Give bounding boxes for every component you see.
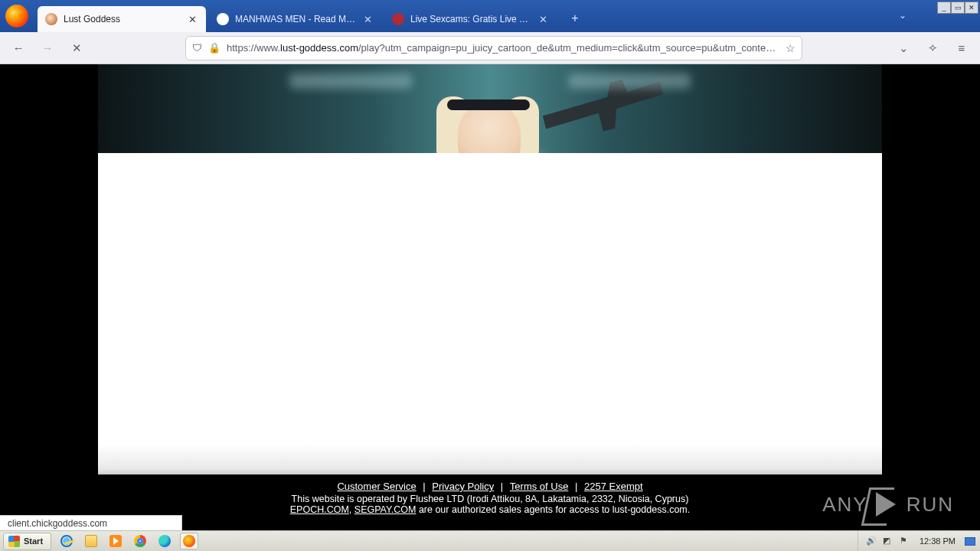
browser-viewport: Customer Service | Privacy Policy | Term…: [0, 64, 980, 530]
tab-strip: Lust Goddess ✕ MANHWAS MEN - Read Manga …: [38, 0, 586, 32]
start-button[interactable]: Start: [3, 533, 51, 550]
lock-icon[interactable]: 🔒: [208, 42, 220, 54]
separator: |: [420, 481, 429, 492]
extensions-icon[interactable]: ✧: [920, 36, 945, 60]
edge-icon: [158, 535, 171, 547]
minimize-button[interactable]: _: [937, 2, 951, 14]
folder-icon: [85, 535, 97, 547]
watermark-text-right: RUN: [906, 493, 954, 517]
shield-icon[interactable]: 🛡: [192, 42, 202, 54]
show-desktop-icon[interactable]: [965, 537, 975, 546]
link-terms-of-use[interactable]: Terms of Use: [510, 481, 569, 492]
favicon-icon: [217, 13, 229, 25]
url-host: lust-goddess.com: [280, 42, 358, 54]
status-bar: client.chickgoddess.com: [0, 515, 182, 530]
tab-label: MANHWAS MEN - Read Manga Online F: [235, 14, 357, 24]
back-button[interactable]: ←: [6, 36, 31, 60]
new-tab-button[interactable]: +: [564, 8, 586, 29]
taskbar-ie[interactable]: [57, 533, 76, 549]
flag-icon[interactable]: ⚑: [900, 536, 910, 546]
ie-icon: [60, 535, 73, 547]
favicon-icon: [392, 13, 404, 25]
separator: |: [572, 481, 580, 492]
separator: |: [498, 481, 506, 492]
tab-lust-goddess[interactable]: Lust Goddess ✕: [38, 6, 206, 32]
close-icon[interactable]: ✕: [537, 13, 549, 25]
tab-label: Lust Goddess: [64, 14, 181, 24]
maximize-button[interactable]: ▭: [951, 2, 965, 14]
chrome-icon: [134, 535, 146, 547]
weapon-art: [537, 66, 669, 148]
close-icon[interactable]: ✕: [186, 13, 198, 25]
browser-titlebar: Lust Goddess ✕ MANHWAS MEN - Read Manga …: [0, 0, 980, 32]
menu-icon[interactable]: ≡: [949, 36, 974, 60]
volume-icon[interactable]: 🔊: [866, 536, 877, 546]
media-icon: [109, 535, 122, 547]
link-2257-exempt[interactable]: 2257 Exempt: [584, 481, 643, 492]
url-path: /play?utm_campaign=pu_juicy_cartoon_de&u…: [358, 42, 779, 54]
taskbar-explorer[interactable]: [82, 533, 100, 549]
page-body: Customer Service | Privacy Policy | Term…: [98, 64, 882, 530]
footer-agents-line: EPOCH.COM, SEGPAY.COM are our authorized…: [290, 504, 690, 515]
tray-app-icon[interactable]: ◩: [883, 536, 893, 546]
character-art: [447, 99, 530, 110]
taskbar-firefox[interactable]: [180, 533, 198, 549]
tabs-overflow-icon[interactable]: ⌄: [899, 10, 906, 21]
status-text: client.chickgoddess.com: [8, 518, 107, 529]
url-text: https://www.lust-goddess.com/play?utm_ca…: [227, 42, 779, 54]
url-prefix: https://www.: [227, 42, 280, 54]
page-loading-area: [98, 153, 882, 444]
firefox-icon: [183, 535, 195, 547]
windows-flag-icon: [8, 536, 20, 547]
forward-button[interactable]: →: [35, 36, 60, 60]
footer-links: Customer Service | Privacy Policy | Term…: [337, 481, 642, 492]
link-epoch[interactable]: EPOCH.COM: [290, 504, 349, 515]
separator: ,: [349, 504, 354, 515]
gradient-divider: [98, 444, 882, 474]
firefox-logo-icon: [5, 5, 28, 28]
close-icon[interactable]: ✕: [361, 13, 374, 25]
system-tray: 🔊 ◩ ⚑ 12:38 PM: [858, 531, 980, 552]
window-controls: _ ▭ ✕: [937, 2, 978, 14]
hero-banner: [98, 64, 882, 153]
footer-agents-suffix: are our authorized sales agents for acce…: [416, 504, 690, 515]
tab-sexcams[interactable]: Live Sexcams: Gratis Live Porn Cha ✕: [384, 6, 557, 32]
browser-toolbar: ← → ✕ 🛡 🔒 https://www.lust-goddess.com/p…: [0, 32, 980, 64]
link-privacy-policy[interactable]: Privacy Policy: [432, 481, 494, 492]
link-segpay[interactable]: SEGPAY.COM: [354, 504, 416, 515]
tab-label: Live Sexcams: Gratis Live Porn Cha: [410, 14, 532, 24]
close-window-button[interactable]: ✕: [965, 2, 978, 14]
address-bar[interactable]: 🛡 🔒 https://www.lust-goddess.com/play?ut…: [185, 36, 802, 60]
taskbar-media[interactable]: [106, 533, 125, 549]
windows-taskbar: Start 🔊 ◩ ⚑ 12:38 PM: [0, 530, 980, 551]
taskbar-clock[interactable]: 12:38 PM: [920, 536, 956, 546]
page-footer: Customer Service | Privacy Policy | Term…: [98, 474, 882, 530]
pocket-icon[interactable]: ⌄: [891, 36, 916, 60]
footer-operator-line: This website is operated by Flushee LTD …: [292, 494, 689, 504]
tab-manhwas[interactable]: MANHWAS MEN - Read Manga Online F ✕: [209, 6, 381, 32]
link-customer-service[interactable]: Customer Service: [337, 481, 416, 492]
taskbar-chrome[interactable]: [131, 533, 149, 549]
taskbar-edge[interactable]: [155, 533, 174, 549]
start-label: Start: [24, 536, 43, 546]
favicon-icon: [45, 13, 57, 25]
bookmark-star-icon[interactable]: ☆: [786, 42, 795, 54]
stop-button[interactable]: ✕: [64, 36, 89, 60]
